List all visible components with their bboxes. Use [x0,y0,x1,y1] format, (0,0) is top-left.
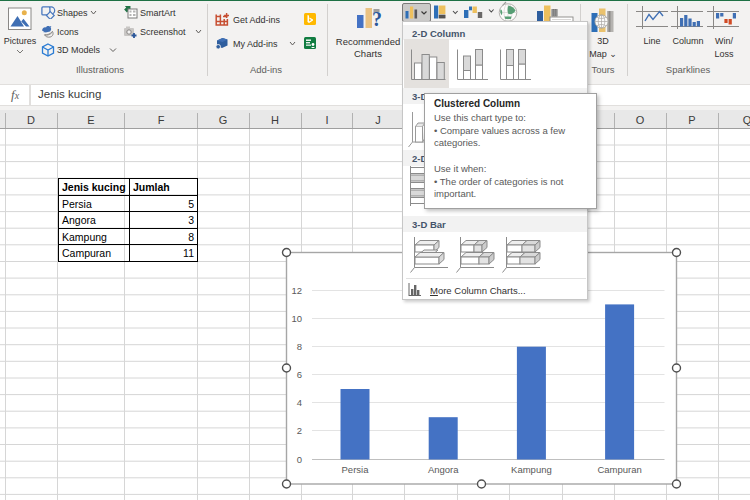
svg-text:Campuran: Campuran [597,464,641,475]
svg-text:F: F [158,114,165,126]
svg-text:H: H [271,114,279,126]
svg-text:I: I [325,114,328,126]
svg-text:D: D [27,114,35,126]
svg-text:4: 4 [297,397,302,408]
svg-text:Kampung: Kampung [511,464,552,475]
svg-text:0: 0 [297,454,302,465]
svg-text:P: P [688,114,695,126]
svg-text:G: G [219,114,228,126]
svg-text:6: 6 [297,369,302,380]
svg-text:8: 8 [297,341,302,352]
svg-text:E: E [87,114,94,126]
svg-text:J: J [375,114,381,126]
svg-text:10: 10 [291,313,302,324]
svg-text:Persia: Persia [342,464,370,475]
svg-text:Q: Q [743,114,750,126]
svg-text:Angora: Angora [428,464,459,475]
svg-text:2: 2 [297,425,302,436]
svg-text:12: 12 [291,285,302,296]
svg-text:O: O [636,114,645,126]
